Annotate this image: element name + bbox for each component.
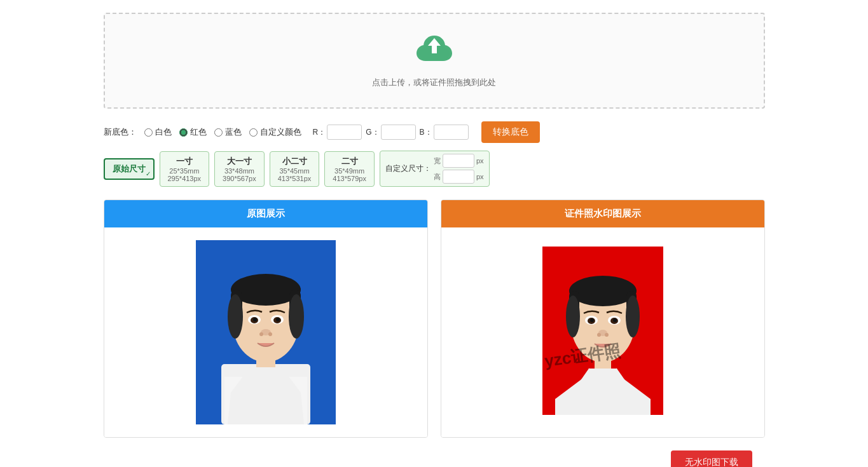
original-panel-header: 原图展示 <box>104 200 427 227</box>
size-one-detail2: 295*413px <box>168 175 202 182</box>
size-small-two-detail1: 35*45mm <box>278 167 312 175</box>
controls-row: 新底色： 白色 红色 蓝色 自定义颜色 R： <box>104 121 765 143</box>
original-photo <box>196 240 336 424</box>
radio-red[interactable]: 红色 <box>179 126 207 138</box>
original-panel: 原图展示 <box>104 200 428 438</box>
radio-blue-label: 蓝色 <box>225 126 242 138</box>
size-selector-row: 原始尺寸 一寸 25*35mm 295*413px 大一寸 33*48mm 39… <box>104 151 765 187</box>
width-label: 宽 <box>434 156 441 166</box>
svg-point-9 <box>289 294 304 339</box>
radio-blue-input[interactable] <box>214 128 223 137</box>
g-label: G： <box>366 127 379 138</box>
convert-button[interactable]: 转换底色 <box>481 121 540 143</box>
size-large-one[interactable]: 大一寸 33*48mm 390*567px <box>214 151 265 187</box>
g-input-group: G： <box>366 125 415 140</box>
download-button[interactable]: 无水印图下载 <box>671 450 752 467</box>
radio-white-input[interactable] <box>144 128 153 137</box>
size-one-label: 一寸 <box>176 156 193 166</box>
radio-blue[interactable]: 蓝色 <box>214 126 242 138</box>
r-input[interactable] <box>327 125 362 140</box>
g-input[interactable] <box>381 125 416 140</box>
radio-custom-input[interactable] <box>249 128 258 137</box>
svg-point-17 <box>259 332 263 336</box>
svg-point-33 <box>590 318 594 322</box>
converted-panel-header: 证件照水印图展示 <box>441 200 764 227</box>
upload-hint-text: 点击上传，或将证件照拖拽到此处 <box>124 77 745 88</box>
custom-size-group: 自定义尺寸： 宽 px 高 px <box>380 151 490 187</box>
r-input-group: R： <box>313 125 362 140</box>
size-original[interactable]: 原始尺寸 <box>104 158 155 180</box>
size-one-detail1: 25*35mm <box>168 167 202 175</box>
radio-custom-label: 自定义颜色 <box>260 126 301 138</box>
size-one-inch[interactable]: 一寸 25*35mm 295*413px <box>160 151 210 187</box>
svg-point-18 <box>268 332 272 336</box>
svg-point-8 <box>228 294 243 339</box>
converted-panel-body: yzc证件照 <box>441 227 764 437</box>
size-two-inch[interactable]: 二寸 35*49mm 413*579px <box>324 151 375 187</box>
upload-icon <box>124 33 745 72</box>
custom-height-input[interactable] <box>443 170 474 184</box>
svg-point-15 <box>276 318 280 321</box>
size-two-label: 二寸 <box>341 156 358 166</box>
size-small-two[interactable]: 小二寸 35*45mm 413*531px <box>270 151 320 187</box>
r-label: R： <box>313 127 326 138</box>
size-small-two-label: 小二寸 <box>282 156 307 166</box>
radio-red-label: 红色 <box>190 126 207 138</box>
svg-point-28 <box>626 295 640 337</box>
color-radio-group: 白色 红色 蓝色 自定义颜色 <box>144 126 301 138</box>
custom-width-input[interactable] <box>443 154 474 168</box>
rgb-inputs: R： G： B： <box>313 125 469 140</box>
radio-red-input[interactable] <box>179 128 188 137</box>
radio-white[interactable]: 白色 <box>144 126 172 138</box>
svg-point-36 <box>597 333 601 337</box>
svg-point-37 <box>605 333 609 337</box>
upload-area[interactable]: 点击上传，或将证件照拖拽到此处 <box>104 13 765 109</box>
size-large-one-detail1: 33*48mm <box>223 167 256 175</box>
size-large-one-detail2: 390*567px <box>223 175 256 182</box>
svg-point-34 <box>613 318 617 322</box>
converted-panel: 证件照水印图展示 <box>441 200 765 438</box>
size-two-detail1: 35*49mm <box>333 167 366 175</box>
height-unit: px <box>476 173 484 180</box>
radio-white-label: 白色 <box>155 126 172 138</box>
download-row: 无水印图下载 <box>104 450 765 467</box>
size-large-one-label: 大一寸 <box>227 156 252 166</box>
custom-size-label: 自定义尺寸： <box>385 163 431 174</box>
radio-custom[interactable]: 自定义颜色 <box>249 126 301 138</box>
svg-point-27 <box>566 295 580 337</box>
size-two-detail2: 413*579px <box>333 175 366 182</box>
original-panel-body <box>104 227 427 437</box>
converted-photo <box>533 240 673 424</box>
b-input-group: B： <box>420 125 469 140</box>
svg-point-14 <box>253 318 257 321</box>
b-label: B： <box>420 127 432 138</box>
height-label: 高 <box>434 172 441 182</box>
b-input[interactable] <box>434 125 469 140</box>
new-bg-label: 新底色： <box>104 126 137 138</box>
size-original-label: 原始尺寸 <box>113 164 146 173</box>
preview-section: 原图展示 <box>104 200 765 438</box>
width-unit: px <box>476 157 484 165</box>
size-small-two-detail2: 413*531px <box>278 175 312 182</box>
